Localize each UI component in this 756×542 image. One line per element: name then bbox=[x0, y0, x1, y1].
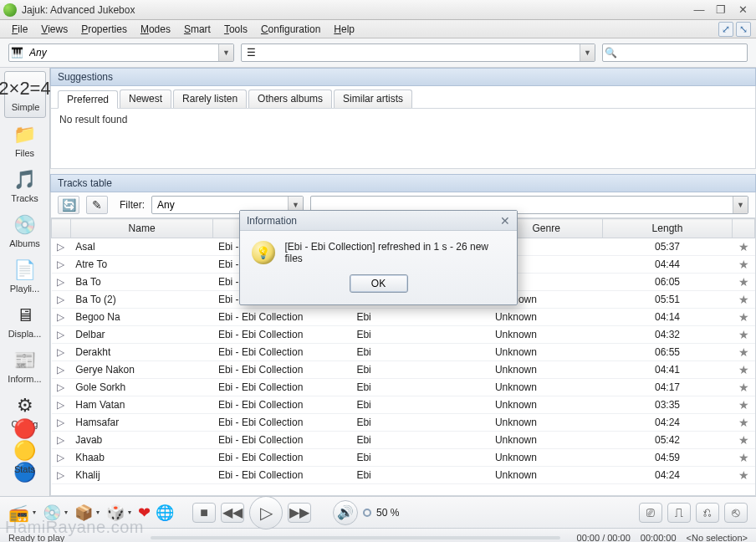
play-icon[interactable]: ▷ bbox=[52, 256, 71, 274]
star-icon[interactable]: ★ bbox=[733, 396, 755, 414]
star-icon[interactable]: ★ bbox=[733, 414, 755, 432]
play-icon[interactable]: ▷ bbox=[52, 309, 71, 326]
play-icon[interactable]: ▷ bbox=[52, 238, 71, 256]
col-star[interactable] bbox=[733, 219, 755, 238]
play-icon[interactable]: ▷ bbox=[52, 326, 71, 344]
col-length[interactable]: Length bbox=[602, 219, 732, 238]
tab-newest[interactable]: Newest bbox=[120, 89, 171, 108]
chevron-down-icon[interactable]: ▼ bbox=[218, 44, 233, 61]
menu-properties[interactable]: Properties bbox=[74, 22, 134, 37]
dropdown-icon[interactable]: ▾ bbox=[96, 509, 100, 516]
sidebar-item-tracks[interactable]: 🎵Tracks bbox=[4, 163, 46, 208]
table-row[interactable]: ▷ Ham Vatan Ebi - Ebi Collection Ebi Unk… bbox=[52, 396, 755, 414]
menu-views[interactable]: Views bbox=[34, 22, 74, 37]
sidebar-item-stats[interactable]: 🔴🟡🔵Stats bbox=[4, 434, 46, 479]
star-icon[interactable]: ★ bbox=[733, 379, 755, 396]
menu-file[interactable]: File bbox=[5, 22, 34, 37]
sidebar-item-files[interactable]: 📁Files bbox=[4, 118, 46, 163]
novelties-button[interactable]: 📦 bbox=[74, 504, 93, 522]
play-icon[interactable]: ▷ bbox=[52, 344, 71, 361]
play-icon[interactable]: ▷ bbox=[52, 414, 71, 432]
play-icon[interactable]: ▷ bbox=[52, 379, 71, 396]
shuffle-button[interactable]: 🎲 bbox=[106, 504, 125, 522]
col-play[interactable] bbox=[52, 219, 71, 238]
favorite-button[interactable]: ❤ bbox=[138, 504, 151, 522]
dropdown-icon[interactable]: ▾ bbox=[128, 509, 131, 516]
combo-left-input[interactable] bbox=[24, 44, 218, 61]
table-row[interactable]: ▷ Begoo Na Ebi - Ebi Collection Ebi Unkn… bbox=[52, 309, 755, 326]
close-button[interactable]: ✕ bbox=[733, 3, 753, 18]
star-icon[interactable]: ★ bbox=[733, 274, 755, 291]
play-icon[interactable]: ▷ bbox=[52, 291, 71, 309]
menu-help[interactable]: Help bbox=[327, 22, 361, 37]
star-icon[interactable]: ★ bbox=[733, 326, 755, 344]
stop-button[interactable]: ■ bbox=[192, 503, 216, 523]
dropdown-icon[interactable]: ▾ bbox=[64, 509, 68, 516]
sidebar-item-albums[interactable]: 💿Albums bbox=[4, 208, 46, 253]
star-icon[interactable]: ★ bbox=[733, 238, 755, 256]
star-icon[interactable]: ★ bbox=[733, 291, 755, 309]
chevron-down-icon[interactable]: ▼ bbox=[580, 44, 595, 61]
ok-button[interactable]: OK bbox=[350, 274, 408, 293]
web-radio-button[interactable]: 🌐 bbox=[156, 504, 174, 522]
play-icon[interactable]: ▷ bbox=[52, 396, 71, 414]
mode-button-4[interactable]: ⎋ bbox=[724, 503, 748, 523]
edit-button[interactable]: ✎ bbox=[86, 196, 108, 214]
table-row[interactable]: ▷ Hamsafar Ebi - Ebi Collection Ebi Unkn… bbox=[52, 414, 755, 432]
search-box[interactable]: 🔍 bbox=[602, 43, 748, 62]
mode-button-1[interactable]: ⎚ bbox=[639, 503, 662, 523]
dialog-titlebar[interactable]: Information ✕ bbox=[240, 211, 517, 231]
play-icon[interactable]: ▷ bbox=[52, 449, 71, 467]
play-icon[interactable]: ▷ bbox=[52, 432, 71, 449]
search-input[interactable] bbox=[618, 46, 747, 59]
table-row[interactable]: ▷ Khaab Ebi - Ebi Collection Ebi Unknown… bbox=[52, 449, 755, 467]
star-icon[interactable]: ★ bbox=[733, 256, 755, 274]
progress-slider[interactable] bbox=[151, 536, 560, 539]
star-icon[interactable]: ★ bbox=[733, 344, 755, 361]
close-icon[interactable]: ✕ bbox=[500, 214, 510, 228]
maximize-button[interactable]: ❐ bbox=[711, 3, 731, 18]
fullscreen-button[interactable]: ⤡ bbox=[736, 22, 751, 37]
sidebar-item-playlists[interactable]: 📄Playli... bbox=[4, 253, 46, 299]
play-icon[interactable]: ▷ bbox=[52, 274, 71, 291]
mode-button-2[interactable]: ⎍ bbox=[667, 503, 691, 523]
combo-left[interactable]: 🎹 ▼ bbox=[8, 43, 234, 62]
tab-similar-artists[interactable]: Similar artists bbox=[334, 89, 412, 108]
menu-configuration[interactable]: Configuration bbox=[254, 22, 327, 37]
menu-tools[interactable]: Tools bbox=[217, 22, 254, 37]
table-row[interactable]: ▷ Javab Ebi - Ebi Collection Ebi Unknown… bbox=[52, 432, 755, 449]
play-icon[interactable]: ▷ bbox=[52, 361, 71, 379]
star-icon[interactable]: ★ bbox=[733, 449, 755, 467]
minimize-button[interactable]: — bbox=[689, 3, 709, 18]
col-name[interactable]: Name bbox=[70, 219, 213, 238]
dropdown-icon[interactable]: ▾ bbox=[33, 509, 36, 516]
star-icon[interactable]: ★ bbox=[733, 309, 755, 326]
star-icon[interactable]: ★ bbox=[733, 361, 755, 379]
table-row[interactable]: ▷ Derakht Ebi - Ebi Collection Ebi Unkno… bbox=[52, 344, 755, 361]
play-button[interactable]: ▷ bbox=[249, 496, 283, 529]
ambience-button[interactable]: 📻 bbox=[8, 503, 29, 523]
play-icon[interactable]: ▷ bbox=[52, 467, 71, 484]
previous-button[interactable]: ◀◀ bbox=[221, 503, 244, 523]
star-icon[interactable]: ★ bbox=[733, 467, 755, 484]
table-row[interactable]: ▷ Delbar Ebi - Ebi Collection Ebi Unknow… bbox=[52, 326, 755, 344]
menu-smart[interactable]: Smart bbox=[177, 22, 217, 37]
refresh-button[interactable]: 🔄 bbox=[58, 196, 79, 214]
combo-center[interactable]: ☰ ▼ bbox=[241, 43, 595, 62]
star-icon[interactable]: ★ bbox=[733, 432, 755, 449]
tab-others-albums[interactable]: Others albums bbox=[248, 89, 332, 108]
chevron-down-icon[interactable]: ▼ bbox=[733, 197, 748, 213]
tab-rarely-listen[interactable]: Rarely listen bbox=[173, 89, 247, 108]
restore-layout-button[interactable]: ⤢ bbox=[718, 22, 733, 37]
next-button[interactable]: ▶▶ bbox=[288, 503, 311, 523]
sidebar-item-information[interactable]: 📰Inform... bbox=[4, 344, 46, 389]
volume-knob[interactable] bbox=[363, 509, 371, 517]
table-row[interactable]: ▷ Khalij Ebi - Ebi Collection Ebi Unknow… bbox=[52, 467, 755, 484]
sidebar-item-display[interactable]: 🖥Displa... bbox=[4, 299, 46, 344]
menu-modes[interactable]: Modes bbox=[134, 22, 177, 37]
table-row[interactable]: ▷ Gerye Nakon Ebi - Ebi Collection Ebi U… bbox=[52, 361, 755, 379]
dj-button[interactable]: 💿 bbox=[43, 504, 61, 522]
sidebar-item-simple[interactable]: 2×2=4Simple bbox=[4, 71, 46, 118]
tab-preferred[interactable]: Preferred bbox=[58, 90, 118, 109]
mode-button-3[interactable]: ⎌ bbox=[696, 503, 719, 523]
